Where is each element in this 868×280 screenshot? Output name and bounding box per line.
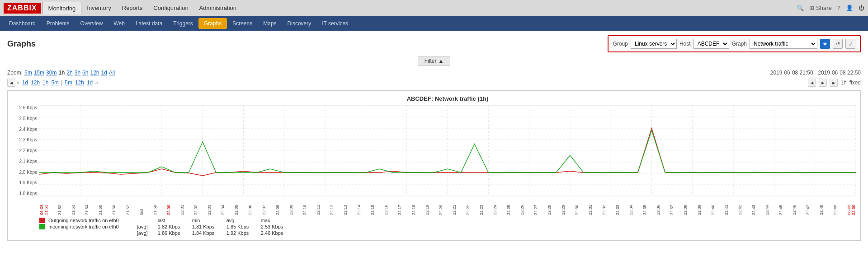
favorite-btn[interactable]: ★	[820, 39, 830, 49]
prev-period-btn[interactable]: ◄	[7, 79, 15, 87]
y-label-4: 2.2 Kbps	[10, 149, 37, 153]
refresh-btn[interactable]: ↺	[833, 39, 843, 49]
filter-bar: Filter ▲	[7, 56, 861, 66]
subnav-overview[interactable]: Overview	[75, 18, 108, 29]
expand-btn[interactable]: ⤢	[845, 39, 855, 49]
chart-title: ABCDEF: Network traffic (1h)	[39, 95, 856, 102]
x-label-start: 06-0821:51	[39, 197, 48, 215]
x-label-28: 22:21	[452, 197, 457, 215]
back-12h-btn[interactable]: 12h	[31, 79, 40, 86]
filter-label: Filter	[425, 58, 437, 64]
green-line	[39, 131, 856, 173]
sub-navigation: Dashboard Problems Overview Web Latest d…	[0, 16, 868, 31]
subnav-web[interactable]: Web	[108, 18, 130, 29]
x-label-17: 22:10	[302, 197, 307, 215]
zoom-6h[interactable]: 6h	[82, 70, 88, 76]
zoom-5m[interactable]: 5m	[24, 70, 32, 76]
subnav-latest-data[interactable]: Latest data	[130, 18, 168, 29]
y-label-0: 2.6 Kbps	[10, 106, 37, 110]
y-label-6: 2.0 Kbps	[10, 170, 37, 175]
zoom-3h[interactable]: 3h	[75, 70, 80, 76]
zoom-1h[interactable]: 1h	[58, 70, 65, 76]
subnav-it-services[interactable]: IT services	[316, 18, 354, 29]
chart-area: ABCDEF: Network traffic (1h) 2.6 Kbps 2.…	[7, 90, 861, 241]
zoom-2h[interactable]: 2h	[66, 70, 72, 76]
zoom-row: Zoom: 5m 15m 30m 1h 2h 3h 6h 12h 1d All …	[7, 69, 861, 77]
y-label-7: 1.9 Kbps	[10, 181, 37, 185]
search-icon[interactable]: 🔍	[797, 5, 804, 11]
filter-arrow-icon: ▲	[438, 58, 443, 64]
x-label-44: 22:37	[670, 197, 674, 215]
prev-time-btn[interactable]: ◄	[808, 79, 816, 87]
legend-header-avg: avg	[226, 218, 258, 223]
help-icon[interactable]: ?	[837, 5, 840, 11]
fwd-1d-btn[interactable]: 1d	[87, 79, 93, 86]
nav-administration[interactable]: Administration	[194, 2, 242, 14]
filter-toggle-btn[interactable]: Filter ▲	[418, 56, 451, 66]
host-select[interactable]: ABCDEF	[693, 39, 729, 49]
chart-svg	[39, 106, 856, 196]
subnav-maps[interactable]: Maps	[258, 18, 282, 29]
x-label-14: 22:07	[262, 197, 266, 215]
x-label-32: 22:25	[506, 197, 511, 215]
nav-configuration[interactable]: Configuration	[148, 2, 193, 14]
fwd-12h-btn[interactable]: 12h	[75, 79, 84, 86]
nav-reports[interactable]: Reports	[117, 2, 148, 14]
group-select[interactable]: Linux servers	[631, 39, 677, 49]
zoom-1d[interactable]: 1d	[101, 70, 107, 76]
x-label-20: 22:13	[343, 197, 348, 215]
x-label-31: 22:24	[493, 197, 497, 215]
x-label-23: 22:16	[384, 197, 388, 215]
x-label-27: 22:20	[439, 197, 443, 215]
zoom-all[interactable]: All	[109, 70, 115, 76]
legend-stat-1-avg: 1.92 Kbps	[226, 230, 258, 236]
next-time-btn[interactable]: ►	[819, 79, 827, 87]
x-label-13: 22:06	[248, 197, 252, 215]
nav-inventory[interactable]: Inventory	[81, 2, 116, 14]
x-label-49: 22:42	[738, 197, 742, 215]
subnav-dashboard[interactable]: Dashboard	[4, 18, 41, 29]
x-label-18: 22:11	[316, 197, 321, 215]
zoom-15m[interactable]: 15m	[34, 70, 44, 76]
x-label-24: 22:17	[397, 197, 402, 215]
time-nav-row: ◄ « 1d 12h 1h 5m | 5m 12h 1d » ◄ ► ► 1h …	[7, 79, 861, 87]
x-label-15: 22:08	[275, 197, 280, 215]
zoom-12h[interactable]: 12h	[90, 70, 99, 76]
x-label-36: 22:29	[561, 197, 566, 215]
next-period-btn[interactable]: ►	[830, 79, 838, 87]
user-icon[interactable]: 👤	[846, 5, 853, 11]
subnav-graphs[interactable]: Graphs	[198, 18, 227, 29]
filter-controls: Group Linux servers Host ABCDEF Graph Ne…	[608, 35, 861, 52]
x-label-7: 21:59	[153, 197, 157, 215]
host-label: Host	[679, 41, 691, 47]
back-5m-btn[interactable]: 5m	[51, 79, 59, 86]
page-header: Graphs Group Linux servers Host ABCDEF G…	[7, 35, 861, 52]
power-icon[interactable]: ⏻	[859, 5, 864, 11]
nav-monitoring[interactable]: Monitoring	[42, 2, 82, 14]
graph-select[interactable]: Network traffic	[750, 39, 817, 49]
x-label-41: 22:34	[629, 197, 633, 215]
x-label-11: 22:04	[221, 197, 225, 215]
x-label-52: 22:45	[778, 197, 783, 215]
x-label-55: 22:48	[819, 197, 824, 215]
x-label-42: 22:35	[642, 197, 647, 215]
back-1h-btn[interactable]: 1h	[42, 79, 48, 86]
subnav-problems[interactable]: Problems	[41, 18, 75, 29]
legend-row-1: Incoming network traffic on eth0	[39, 224, 119, 229]
subnav-discovery[interactable]: Discovery	[282, 18, 317, 29]
fixed-label: fixed	[849, 79, 861, 86]
group-label: Group	[613, 41, 628, 47]
zoom-30m[interactable]: 30m	[46, 70, 57, 76]
logo: ZABBIX	[4, 3, 41, 14]
y-label-1: 2.5 Kbps	[10, 117, 37, 121]
fwd-5m-btn[interactable]: 5m	[65, 79, 72, 86]
share-icon[interactable]: ⊞ Share	[809, 5, 831, 11]
legend-header-last: last	[158, 218, 189, 223]
subnav-triggers[interactable]: Triggers	[168, 18, 198, 29]
x-label-8: 22:01	[180, 197, 184, 215]
legend-label-outgoing: Outgoing network traffic on eth0	[48, 218, 119, 223]
subnav-screens[interactable]: Screens	[227, 18, 258, 29]
x-label-56: 22:49	[833, 197, 837, 215]
legend-stats-0-label: [avg]	[137, 224, 155, 229]
back-1d-btn[interactable]: 1d	[22, 79, 28, 86]
